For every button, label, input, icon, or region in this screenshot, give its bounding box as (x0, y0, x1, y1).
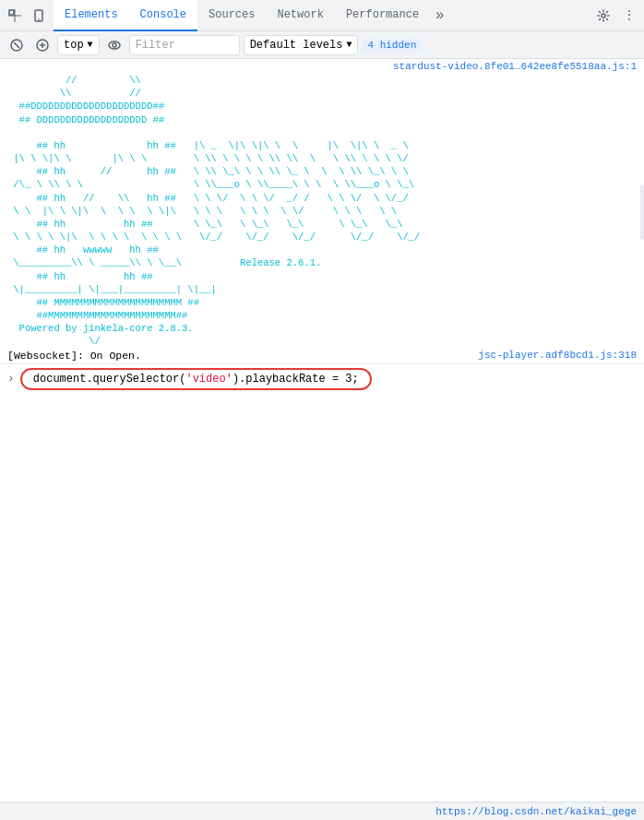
command-circled-input[interactable]: document.querySelector('video').playback… (20, 368, 372, 390)
clear-console-button[interactable] (6, 34, 28, 56)
mobile-icon[interactable] (28, 5, 50, 27)
command-string-value: 'video' (185, 373, 232, 386)
console-toolbar: top ▼ Filter Default levels ▼ 4 hidden (0, 31, 644, 59)
status-bar: https://blog.csdn.net/kaikai_gege (0, 802, 644, 820)
source-reference-1: stardust-video.8fe01…642ee8fe5518aa.js:1 (0, 59, 644, 74)
svg-point-4 (38, 18, 40, 20)
context-selector[interactable]: top ▼ (57, 35, 100, 55)
tab-bar-right: ⋮ (592, 5, 640, 27)
command-text-before: document.querySelector( (33, 373, 186, 386)
command-prompt-icon: › (7, 372, 15, 386)
svg-point-5 (602, 14, 605, 18)
svg-line-7 (14, 42, 19, 48)
svg-point-12 (113, 43, 116, 47)
log-levels-dropdown[interactable]: Default levels ▼ (244, 35, 359, 55)
command-input-area[interactable]: › document.querySelector('video').playba… (0, 363, 644, 394)
tab-console[interactable]: Console (129, 0, 197, 31)
filter-input[interactable]: Filter (129, 35, 240, 55)
console-output: stardust-video.8fe01…642ee8fe5518aa.js:1… (0, 59, 644, 792)
hidden-count-badge: 4 hidden (362, 39, 422, 52)
preserve-log-button[interactable] (31, 34, 54, 56)
tab-sources[interactable]: Sources (197, 0, 266, 31)
tab-network[interactable]: Network (266, 0, 334, 31)
tab-elements[interactable]: Elements (54, 0, 129, 31)
more-tabs-button[interactable]: » (430, 0, 450, 31)
tab-performance[interactable]: Performance (335, 0, 430, 31)
log-line-websocket: [Websocket]: On Open. jsc-player.adf8bcd… (0, 349, 644, 363)
inspect-icon[interactable] (4, 5, 26, 27)
resize-handle[interactable] (640, 184, 644, 240)
tab-bar: Elements Console Sources Network Perform… (0, 0, 644, 31)
svg-rect-0 (9, 10, 14, 15)
settings-icon[interactable] (592, 5, 614, 27)
svg-point-11 (109, 42, 120, 49)
more-options-icon[interactable]: ⋮ (618, 5, 640, 27)
eye-button[interactable] (103, 34, 125, 56)
devtools-icons (4, 5, 50, 27)
command-text-after: ).playbackRate = 3; (233, 373, 359, 386)
ascii-art-banner: // \\ \\ // ##DDDDDDDDDDDDDDDDDDDDD## ##… (0, 74, 644, 349)
